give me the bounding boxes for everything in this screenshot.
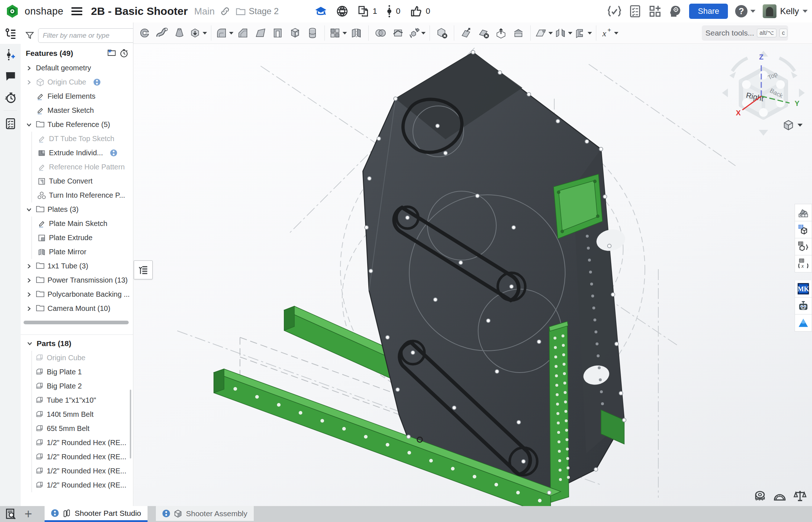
feature-item[interactable]: Plate Extrude — [21, 231, 133, 245]
frame-button[interactable] — [573, 24, 593, 42]
learning-cap-icon[interactable] — [315, 6, 327, 17]
sweep-button[interactable] — [153, 24, 171, 42]
custom-grid-function-button[interactable]: x — [795, 255, 812, 272]
plane-button[interactable] — [534, 24, 554, 42]
help-menu[interactable]: ? — [735, 5, 755, 17]
comments-rail-button[interactable] — [0, 65, 21, 87]
versions-rail-button[interactable] — [0, 44, 21, 65]
view-options-button[interactable] — [782, 119, 803, 131]
delete-part-button[interactable] — [433, 24, 451, 42]
delete-face-button[interactable] — [475, 24, 492, 42]
rib-button[interactable] — [269, 24, 286, 42]
enclose-button[interactable] — [510, 24, 527, 42]
ai-assistant-icon[interactable] — [669, 5, 682, 18]
globe-icon[interactable] — [336, 5, 348, 17]
search-tools-input[interactable]: Search tools... alt/⌥ c — [702, 25, 788, 41]
breadcrumb[interactable]: Stage 2 — [236, 6, 279, 16]
link-icon[interactable] — [220, 6, 231, 17]
chevron-down-icon[interactable] — [25, 121, 33, 129]
feature-item[interactable]: Default geometry — [21, 61, 133, 75]
feature-item[interactable]: Polycarbonate Backing ... — [21, 287, 133, 301]
move-face-button[interactable] — [457, 24, 475, 42]
history-rail-button[interactable] — [0, 87, 21, 108]
user-menu[interactable]: Kelly — [763, 4, 808, 18]
mk-extension-button[interactable]: MK — [795, 280, 812, 297]
onshape-logo-icon[interactable] — [5, 4, 20, 19]
tasks-checklist-icon[interactable] — [629, 5, 641, 18]
linear-pattern-button[interactable] — [328, 24, 348, 42]
part-item[interactable]: 140t 5mm Belt — [21, 407, 133, 422]
workspace-name[interactable]: Main — [194, 6, 215, 17]
apps-grid-plus-icon[interactable] — [649, 5, 662, 18]
chevron-right-icon[interactable] — [25, 305, 33, 313]
loft-button[interactable] — [171, 24, 188, 42]
chamfer-button[interactable] — [234, 24, 252, 42]
shell-button[interactable] — [286, 24, 304, 42]
thumbs-up-icon[interactable] — [410, 5, 422, 17]
appearance-swatches-button[interactable] — [795, 204, 812, 221]
feature-list-toggle-button[interactable] — [134, 260, 153, 279]
parts-header[interactable]: Parts (18) — [37, 339, 129, 348]
tab-shooter-assembly[interactable]: Shooter Assembly — [156, 506, 254, 521]
part-item[interactable]: 65t 5mm Belt — [21, 422, 133, 436]
insert-folder-icon[interactable] — [107, 49, 116, 58]
feature-item[interactable]: Tube Convert — [21, 174, 133, 188]
help-icon[interactable]: ? — [735, 5, 747, 17]
feature-item[interactable]: Tube Reference (5) — [21, 118, 133, 132]
mass-properties-icon[interactable] — [793, 489, 807, 503]
horizontal-scrollbar[interactable] — [24, 321, 129, 324]
split-button[interactable] — [389, 24, 407, 42]
avatar[interactable] — [763, 4, 776, 18]
draft-button[interactable] — [252, 24, 269, 42]
part-item[interactable]: 1/2" Rounded Hex (RE... — [21, 464, 133, 478]
chevron-right-icon[interactable] — [25, 78, 33, 86]
viewport-3d[interactable]: Top Right Back Z Y X — [134, 44, 812, 506]
alloy-extension-button[interactable] — [795, 315, 812, 332]
filter-icon[interactable] — [25, 31, 34, 40]
vertical-scrollbar[interactable] — [130, 390, 131, 459]
chevron-down-icon[interactable] — [25, 206, 33, 214]
revolve-button[interactable] — [136, 24, 153, 42]
part-item[interactable]: Big Plate 1 — [21, 365, 133, 379]
variable-button[interactable] — [600, 24, 619, 42]
chevron-right-icon[interactable] — [25, 262, 33, 270]
part-item[interactable]: 1/2" Rounded Hex (RE... — [21, 478, 133, 492]
share-button[interactable]: Share — [689, 4, 728, 19]
search-elements-button[interactable] — [3, 506, 19, 522]
version-graph-icon[interactable] — [386, 5, 392, 18]
transform-button[interactable] — [407, 24, 426, 42]
part-item[interactable]: Big Plate 2 — [21, 379, 133, 393]
surface-pattern-button[interactable] — [554, 24, 573, 42]
part-item[interactable]: Origin Cube — [21, 351, 133, 365]
fillet-button[interactable] — [215, 24, 234, 42]
filter-input[interactable] — [38, 28, 133, 43]
feature-item[interactable]: Plates (3) — [21, 202, 133, 217]
feature-item[interactable]: Extrude Individ... — [21, 146, 133, 160]
feature-item[interactable]: Turn Into Reference P... — [21, 188, 133, 202]
custom-grid-cube-button[interactable] — [795, 221, 812, 238]
protractor-icon[interactable] — [773, 489, 787, 503]
feature-item[interactable]: DT Tube Top Sketch — [21, 132, 133, 146]
part-item[interactable]: 1/2" Rounded Hex (RE... — [21, 436, 133, 450]
hole-button[interactable] — [304, 24, 321, 42]
document-title[interactable]: 2B - Basic Shooter — [91, 5, 188, 17]
rollback-icon[interactable] — [119, 49, 129, 58]
tape-measure-icon[interactable] — [753, 489, 766, 503]
chevron-right-icon[interactable] — [25, 291, 33, 299]
part-item[interactable]: 1/2" Rounded Hex (RE... — [21, 450, 133, 464]
mirror-button[interactable] — [348, 24, 365, 42]
offset-surface-button[interactable] — [492, 24, 510, 42]
chevron-down-icon[interactable] — [26, 341, 34, 346]
chevron-right-icon[interactable] — [25, 64, 33, 72]
hamburger-menu-icon[interactable] — [71, 7, 82, 15]
chevron-right-icon[interactable] — [25, 276, 33, 284]
feature-list-rail-button[interactable] — [0, 22, 21, 44]
thicken-button[interactable] — [188, 24, 208, 42]
feature-item[interactable]: Reference Hole Pattern — [21, 160, 133, 174]
copy-document-icon[interactable] — [357, 5, 369, 17]
feature-item[interactable]: Power Transmission (13) — [21, 273, 133, 287]
feature-item[interactable]: Field Elements — [21, 89, 133, 103]
feature-item[interactable]: Plate Main Sketch — [21, 217, 133, 231]
feature-item[interactable]: 1x1 Tube (3) — [21, 259, 133, 273]
custom-grid-brace-button[interactable] — [795, 238, 812, 255]
